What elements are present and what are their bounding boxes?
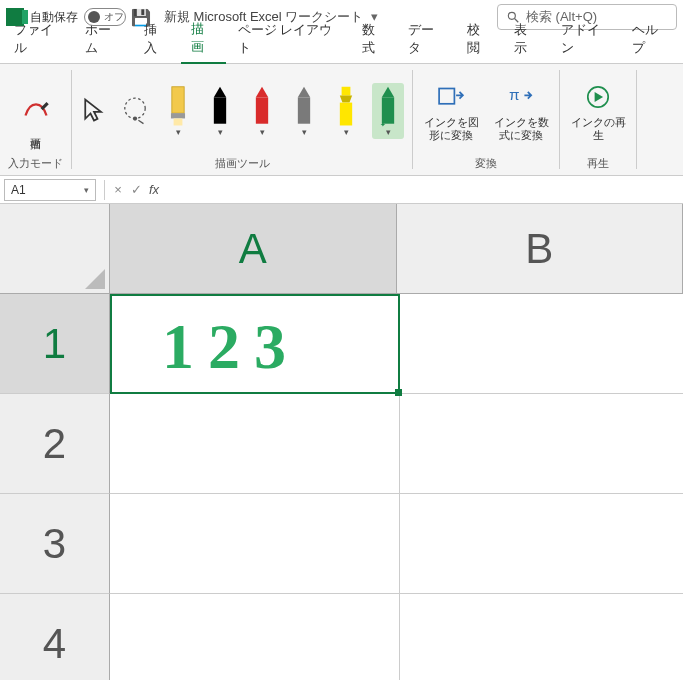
excel-icon — [6, 8, 24, 26]
svg-rect-7 — [174, 118, 183, 125]
svg-marker-23 — [595, 92, 604, 102]
chevron-down-icon: ▾ — [218, 127, 223, 137]
confirm-button[interactable]: ✓ — [127, 182, 145, 197]
column-header-a[interactable]: A — [110, 204, 397, 294]
ink-to-shape-label: インクを図形に変換 — [421, 116, 481, 142]
cell-a1[interactable]: 123 — [110, 294, 400, 394]
column-headers: A B — [110, 204, 683, 294]
formula-bar: A1 ▾ × ✓ fx — [0, 176, 683, 204]
chevron-down-icon: ▾ — [84, 185, 89, 195]
ink-to-shape-button[interactable]: インクを図形に変換 — [421, 80, 481, 142]
formula-input[interactable] — [163, 179, 683, 201]
pen-ink-icon — [21, 93, 51, 126]
ink-handwriting: 123 — [162, 310, 300, 384]
chevron-down-icon: ▾ — [344, 127, 349, 137]
svg-marker-10 — [256, 87, 268, 98]
ribbon: 描画 入力モード ▾ ▾ ▾ — [0, 64, 683, 176]
ink-replay-label: インクの再生 — [568, 116, 628, 142]
cell-a2[interactable] — [110, 394, 400, 494]
chevron-down-icon: ▾ — [260, 127, 265, 137]
separator — [104, 180, 105, 200]
group-replay: インクの再生 再生 — [560, 64, 636, 175]
autosave-knob — [88, 11, 100, 23]
eraser-tool[interactable]: ▾ — [162, 83, 194, 139]
autosave-toggle[interactable]: オフ — [84, 8, 126, 26]
chevron-down-icon: ▾ — [176, 127, 181, 137]
row-header-4[interactable]: 4 — [0, 594, 110, 680]
column-header-b[interactable]: B — [397, 204, 684, 294]
row-header-1[interactable]: 1 — [0, 294, 110, 394]
worksheet-grid: A B 1 2 3 4 123 — [0, 204, 683, 680]
svg-rect-9 — [214, 97, 226, 123]
svg-rect-14 — [342, 87, 351, 96]
cell-a3[interactable] — [110, 494, 400, 594]
pen-gray[interactable]: ▾ — [288, 83, 320, 139]
svg-line-4 — [138, 120, 143, 123]
tab-page-layout[interactable]: ページ レイアウト — [228, 15, 350, 63]
ink-replay-button[interactable]: インクの再生 — [568, 80, 628, 142]
lasso-select-button[interactable] — [118, 93, 152, 130]
svg-rect-5 — [172, 87, 184, 113]
chevron-down-icon: ▾ — [302, 127, 307, 137]
tab-draw[interactable]: 描画 — [181, 14, 226, 64]
highlighter-yellow[interactable]: ▾ — [330, 83, 362, 139]
group-convert: インクを図形に変換 π インクを数式に変換 変換 — [413, 64, 559, 175]
tab-view[interactable]: 表示 — [504, 15, 549, 63]
tab-addins[interactable]: アドイン — [551, 15, 620, 63]
chevron-down-icon: ▾ — [386, 127, 391, 137]
group-label-convert: 変換 — [475, 154, 497, 173]
cell-b3[interactable] — [400, 494, 683, 594]
select-cursor-button[interactable] — [80, 96, 108, 127]
pen-red[interactable]: ▾ — [246, 83, 278, 139]
group-draw-tools: ▾ ▾ ▾ ▾ ▾ ✦ ▾ 描画ツール — [72, 64, 412, 175]
name-box-value: A1 — [11, 183, 26, 197]
svg-marker-12 — [298, 87, 310, 98]
ribbon-tabs: ファイル ホーム 挿入 描画 ページ レイアウト 数式 データ 校閲 表示 アド… — [0, 34, 683, 64]
draw-mode-button[interactable]: 描画 — [15, 89, 57, 134]
svg-rect-16 — [340, 103, 352, 126]
tab-formulas[interactable]: 数式 — [352, 15, 397, 63]
pen-black[interactable]: ▾ — [204, 83, 236, 139]
separator — [636, 70, 637, 169]
svg-text:π: π — [509, 86, 520, 103]
svg-marker-8 — [214, 87, 226, 98]
fx-icon[interactable]: fx — [149, 182, 159, 197]
group-input-mode: 描画 入力モード — [0, 64, 71, 175]
svg-marker-15 — [340, 96, 352, 103]
group-label-draw-tools: 描画ツール — [215, 154, 270, 173]
select-all-corner[interactable] — [0, 204, 110, 294]
cell-b4[interactable] — [400, 594, 683, 680]
svg-marker-17 — [382, 87, 394, 98]
name-box[interactable]: A1 ▾ — [4, 179, 96, 201]
svg-rect-20 — [439, 88, 454, 103]
svg-rect-11 — [256, 97, 268, 123]
svg-rect-6 — [171, 113, 185, 118]
ink-to-shape-icon — [434, 80, 468, 114]
replay-icon — [581, 80, 615, 114]
pen-green-active[interactable]: ✦ ▾ — [372, 83, 404, 139]
cell-b1[interactable] — [400, 294, 683, 394]
row-header-3[interactable]: 3 — [0, 494, 110, 594]
tab-help[interactable]: ヘルプ — [622, 15, 679, 63]
tab-data[interactable]: データ — [398, 15, 455, 63]
ink-to-math-icon: π — [504, 80, 538, 114]
svg-point-2 — [125, 98, 145, 118]
svg-rect-18 — [382, 97, 394, 123]
row-headers: 1 2 3 4 — [0, 294, 110, 680]
ink-to-math-label: インクを数式に変換 — [491, 116, 551, 142]
group-label-input-mode: 入力モード — [8, 154, 63, 173]
cell-a4[interactable] — [110, 594, 400, 680]
tab-review[interactable]: 校閲 — [457, 15, 502, 63]
row-header-2[interactable]: 2 — [0, 394, 110, 494]
tab-insert[interactable]: 挿入 — [134, 15, 179, 63]
svg-point-3 — [133, 116, 137, 120]
svg-rect-13 — [298, 97, 310, 123]
cancel-button[interactable]: × — [109, 182, 127, 197]
group-label-replay: 再生 — [587, 154, 609, 173]
autosave-state: オフ — [104, 10, 124, 24]
cell-b2[interactable] — [400, 394, 683, 494]
ink-to-math-button[interactable]: π インクを数式に変換 — [491, 80, 551, 142]
